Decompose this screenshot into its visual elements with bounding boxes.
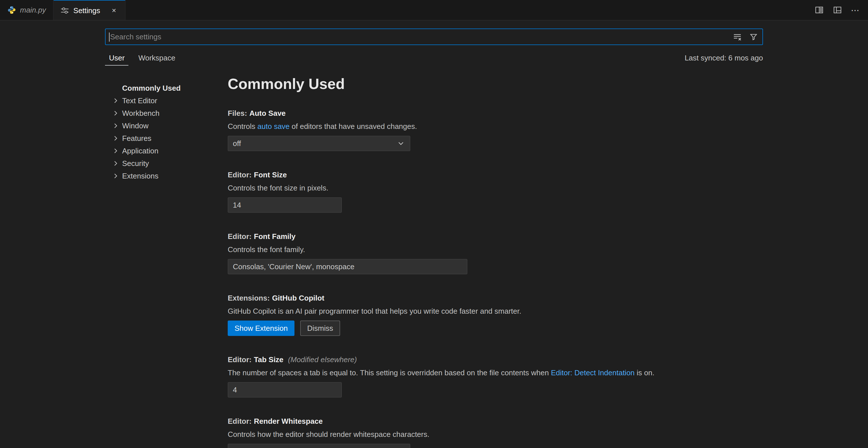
toc-item-extensions[interactable]: Extensions	[111, 169, 219, 182]
chevron-right-icon	[111, 122, 122, 129]
python-icon	[7, 5, 16, 14]
clear-search-input-icon[interactable]	[733, 32, 742, 41]
settings-toc: Commonly Used Text Editor Workbench Wind…	[111, 82, 219, 182]
setting-category: Editor:	[228, 417, 252, 425]
toc-item-commonly-used[interactable]: Commonly Used	[111, 82, 219, 94]
toc-item-text-editor[interactable]: Text Editor	[111, 94, 219, 107]
close-icon[interactable]: ✕	[110, 6, 118, 14]
setting-editor-font-size: Editor:Font Size Controls the font size …	[228, 169, 690, 213]
settings-scope-row: User Workspace Last synced: 6 mos ago	[105, 49, 763, 67]
setting-name: Font Family	[254, 232, 296, 241]
setting-description: The number of spaces a tab is equal to. …	[228, 367, 690, 378]
settings-search-row	[0, 21, 868, 45]
tab-size-input[interactable]	[228, 382, 342, 397]
split-editor-icon[interactable]	[814, 5, 824, 14]
dismiss-button[interactable]: Dismiss	[300, 321, 340, 336]
toc-item-application[interactable]: Application	[111, 144, 219, 157]
text-caret	[109, 32, 110, 41]
font-family-input[interactable]	[228, 259, 467, 274]
tab-main-py[interactable]: main.py	[0, 0, 53, 20]
editor-tab-bar: main.py Settings ✕	[0, 0, 868, 21]
setting-editor-render-whitespace: Editor:Render Whitespace Controls how th…	[228, 416, 690, 448]
setting-name: GitHub Copilot	[272, 294, 324, 302]
tab-label: main.py	[20, 6, 46, 14]
detect-indentation-link[interactable]: Editor: Detect Indentation	[551, 369, 634, 377]
setting-description: Controls how the editor should render wh…	[228, 429, 690, 440]
setting-category: Editor:	[228, 232, 252, 241]
filter-settings-icon[interactable]	[749, 32, 758, 41]
setting-name: Tab Size	[254, 355, 284, 364]
setting-editor-font-family: Editor:Font Family Controls the font fam…	[228, 231, 690, 274]
render-whitespace-select[interactable]	[228, 444, 410, 448]
scope-tab-workspace[interactable]: Workspace	[134, 50, 180, 65]
toc-item-features[interactable]: Features	[111, 132, 219, 144]
settings-sliders-icon	[60, 6, 69, 15]
setting-description: Controls auto save of editors that have …	[228, 121, 690, 132]
settings-content: Commonly Used Files:Auto Save Controls a…	[228, 67, 690, 448]
auto-save-link[interactable]: auto save	[257, 122, 290, 131]
settings-search-box[interactable]	[105, 29, 763, 45]
setting-name: Render Whitespace	[254, 417, 323, 425]
more-actions-icon[interactable]: ⋯	[851, 5, 860, 14]
setting-description: GitHub Copilot is an AI pair programmer …	[228, 306, 690, 317]
customize-layout-icon[interactable]	[833, 5, 842, 14]
setting-category: Editor:	[228, 355, 252, 364]
setting-category: Editor:	[228, 170, 252, 179]
chevron-right-icon	[111, 97, 122, 104]
setting-description: Controls the font size in pixels.	[228, 183, 690, 193]
chevron-right-icon	[111, 109, 122, 117]
search-toolbar	[733, 32, 758, 41]
auto-save-select[interactable]: off	[228, 136, 410, 151]
toc-item-window[interactable]: Window	[111, 119, 219, 132]
setting-category: Files:	[228, 109, 247, 118]
toc-item-security[interactable]: Security	[111, 157, 219, 169]
vscode-window: main.py Settings ✕	[0, 0, 868, 448]
modified-elsewhere-note: (Modified elsewhere)	[288, 355, 357, 364]
show-extension-button[interactable]: Show Extension	[228, 321, 294, 336]
chevron-down-icon	[397, 139, 405, 148]
tab-label: Settings	[73, 6, 100, 14]
settings-body: Commonly Used Text Editor Workbench Wind…	[0, 67, 868, 448]
scope-tab-user[interactable]: User	[105, 50, 129, 65]
setting-extensions-github-copilot: Extensions:GitHub Copilot GitHub Copilot…	[228, 293, 690, 336]
chevron-right-icon	[111, 159, 122, 167]
last-synced-label: Last synced: 6 mos ago	[685, 53, 763, 62]
setting-name: Font Size	[254, 170, 287, 179]
setting-files-auto-save: Files:Auto Save Controls auto save of ed…	[228, 108, 690, 151]
chevron-right-icon	[111, 147, 122, 154]
setting-category: Extensions:	[228, 294, 270, 302]
setting-editor-tab-size: Editor:Tab Size(Modified elsewhere) The …	[228, 354, 690, 397]
page-title: Commonly Used	[228, 75, 690, 93]
search-input[interactable]	[110, 33, 733, 41]
setting-description: Controls the font family.	[228, 244, 690, 255]
tab-settings[interactable]: Settings ✕	[53, 0, 126, 20]
chevron-right-icon	[111, 172, 122, 180]
select-value: off	[233, 139, 241, 148]
chevron-right-icon	[111, 134, 122, 142]
font-size-input[interactable]	[228, 197, 342, 213]
toc-item-workbench[interactable]: Workbench	[111, 107, 219, 119]
setting-name: Auto Save	[249, 109, 286, 118]
editor-actions: ⋯	[814, 0, 860, 20]
